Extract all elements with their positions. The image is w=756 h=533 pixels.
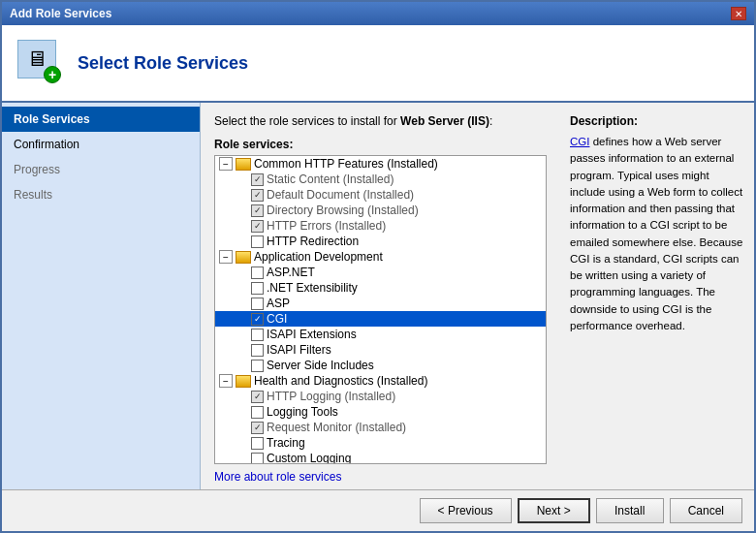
tree-item[interactable]: ISAPI Extensions <box>215 327 546 342</box>
tree-item[interactable]: HTTP Redirection <box>215 234 546 249</box>
tree-item[interactable]: .NET Extensibility <box>215 280 546 296</box>
sidebar-item-confirmation[interactable]: Confirmation <box>2 132 200 157</box>
folder-icon <box>236 375 251 388</box>
server-icon-bg: 🖥 + <box>17 40 56 78</box>
tree-checkbox[interactable] <box>251 298 264 310</box>
tree-item[interactable]: ✓Default Document (Installed) <box>215 187 546 203</box>
tree-item-label: Health and Diagnostics (Installed) <box>254 374 427 388</box>
tree-item-label: Server Side Includes <box>267 359 374 372</box>
tree-toggle[interactable]: − <box>219 250 233 264</box>
cgi-link[interactable]: CGI <box>570 136 589 147</box>
tree-checkbox[interactable]: ✓ <box>251 204 264 217</box>
tree-checkbox[interactable]: ✓ <box>251 313 264 326</box>
instruction-text: Select the role services to install for … <box>214 114 547 128</box>
header-icon: 🖥 + <box>17 40 64 86</box>
description-body: defines how a Web server passes informat… <box>570 136 742 331</box>
tree-item[interactable]: ✓CGI <box>215 311 546 327</box>
description-text: CGI defines how a Web server passes info… <box>570 134 744 334</box>
tree-checkbox[interactable] <box>251 360 264 372</box>
description-label: Description: <box>570 114 744 128</box>
footer: < Previous Next > Install Cancel <box>2 489 754 531</box>
previous-button[interactable]: < Previous <box>420 498 512 523</box>
tree-item-label: Logging Tools <box>267 405 338 419</box>
tree-container[interactable]: −Common HTTP Features (Installed)✓Static… <box>214 155 547 464</box>
tree-item-label: Static Content (Installed) <box>267 172 394 186</box>
tree-toggle[interactable]: − <box>219 374 233 388</box>
folder-icon <box>236 251 251 264</box>
cancel-button[interactable]: Cancel <box>670 498 742 523</box>
tree-checkbox[interactable]: ✓ <box>251 422 264 434</box>
content-area: Select the role services to install for … <box>201 103 560 489</box>
tree-item-label: CGI <box>267 312 287 326</box>
sidebar-item-progress[interactable]: Progress <box>2 157 200 182</box>
tree-item[interactable]: Tracing <box>215 435 546 451</box>
tree-item-label: ISAPI Extensions <box>267 328 357 341</box>
tree-item[interactable]: ✓Request Monitor (Installed) <box>215 420 546 435</box>
tree-item[interactable]: ✓Directory Browsing (Installed) <box>215 203 546 218</box>
tree-item-label: Directory Browsing (Installed) <box>267 204 419 217</box>
description-panel: Description: CGI defines how a Web serve… <box>560 103 754 489</box>
tree-item-label: .NET Extensibility <box>267 281 358 295</box>
tree-item[interactable]: ✓Static Content (Installed) <box>215 172 546 187</box>
tree-checkbox[interactable] <box>251 437 264 450</box>
tree-checkbox[interactable] <box>251 329 264 341</box>
tree-checkbox[interactable] <box>251 282 264 295</box>
tree-checkbox[interactable] <box>251 266 264 279</box>
role-services-label: Role services: <box>214 138 547 151</box>
tree-item-label: ASP <box>267 297 290 310</box>
tree-item-label: Tracing <box>267 436 305 450</box>
tree-checkbox[interactable] <box>251 235 264 248</box>
tree-item[interactable]: ✓HTTP Logging (Installed) <box>215 389 546 404</box>
tree-item[interactable]: ✓HTTP Errors (Installed) <box>215 218 546 234</box>
tree-item[interactable]: Custom Logging <box>215 451 546 464</box>
tree-item-label: Application Development <box>254 250 383 264</box>
tree-item[interactable]: −Common HTTP Features (Installed) <box>215 156 546 172</box>
tree-checkbox[interactable]: ✓ <box>251 391 264 403</box>
header: 🖥 + Select Role Services <box>2 25 754 103</box>
tree-checkbox[interactable]: ✓ <box>251 173 264 186</box>
tree-item-label: HTTP Logging (Installed) <box>267 390 395 403</box>
tree-item-label: HTTP Errors (Installed) <box>267 219 386 233</box>
tree-item[interactable]: −Application Development <box>215 249 546 265</box>
plus-badge: + <box>44 66 61 83</box>
tree-item-label: HTTP Redirection <box>267 235 359 248</box>
window: Add Role Services ✕ 🖥 + Select Role Serv… <box>0 0 756 533</box>
tree-checkbox[interactable] <box>251 406 264 419</box>
server-icon: 🖥 <box>26 47 47 72</box>
title-bar: Add Role Services ✕ <box>2 2 754 25</box>
close-button[interactable]: ✕ <box>731 7 746 20</box>
tree-checkbox[interactable]: ✓ <box>251 189 264 202</box>
tree-item-label: Request Monitor (Installed) <box>267 421 406 434</box>
tree-item-label: Default Document (Installed) <box>267 188 414 202</box>
window-title: Add Role Services <box>10 7 111 20</box>
header-title: Select Role Services <box>78 53 248 74</box>
content-right: Select the role services to install for … <box>201 103 754 489</box>
next-button[interactable]: Next > <box>518 498 590 523</box>
tree-item[interactable]: −Health and Diagnostics (Installed) <box>215 373 546 389</box>
folder-icon <box>236 158 251 171</box>
main-content: Role ServicesConfirmationProgressResults… <box>2 103 754 489</box>
tree-checkbox[interactable] <box>251 453 264 465</box>
tree-item[interactable]: Logging Tools <box>215 404 546 420</box>
tree-toggle[interactable]: − <box>219 157 233 171</box>
tree-checkbox[interactable] <box>251 344 264 357</box>
tree-item[interactable]: ASP.NET <box>215 265 546 280</box>
sidebar: Role ServicesConfirmationProgressResults <box>2 103 201 489</box>
tree-item-label: ASP.NET <box>267 266 315 279</box>
sidebar-item-role-services[interactable]: Role Services <box>2 107 200 132</box>
tree-item-label: Custom Logging <box>267 452 351 464</box>
tree-item[interactable]: ISAPI Filters <box>215 342 546 358</box>
more-link[interactable]: More about role services <box>214 470 547 484</box>
install-button[interactable]: Install <box>596 498 664 523</box>
tree-item[interactable]: ASP <box>215 296 546 311</box>
sidebar-item-results[interactable]: Results <box>2 182 200 207</box>
tree-checkbox[interactable]: ✓ <box>251 220 264 233</box>
tree-item[interactable]: Server Side Includes <box>215 358 546 373</box>
tree-item-label: Common HTTP Features (Installed) <box>254 157 438 171</box>
tree-item-label: ISAPI Filters <box>267 343 331 357</box>
